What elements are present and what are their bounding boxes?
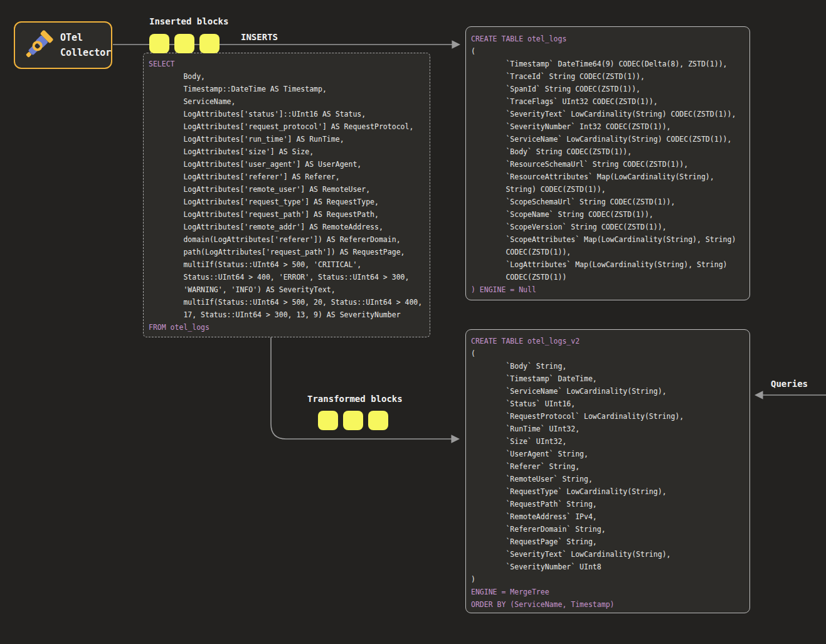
transformed-blocks-label: Transformed blocks	[307, 394, 403, 404]
create-table-otel-logs-v2-block: CREATE TABLE otel_logs_v2( `Body` String…	[465, 329, 750, 613]
inserted-blocks-label: Inserted blocks	[149, 16, 228, 26]
inserts-label: INSERTS	[241, 32, 278, 42]
transformed-block-2	[343, 411, 363, 430]
transform-arrow	[271, 337, 458, 439]
inserted-block-3	[199, 34, 220, 53]
otel-collector-label: OTel Collector	[60, 30, 111, 60]
inserted-block-1	[149, 34, 169, 53]
select-query-block: SELECT Body, Timestamp::DateTime AS Time…	[143, 53, 430, 337]
queries-label: Queries	[771, 379, 808, 389]
otel-collector-label-line2: Collector	[60, 45, 111, 60]
transformed-block-1	[318, 411, 338, 430]
transformed-block-3	[368, 411, 388, 430]
otel-collector-box: OTel Collector	[14, 21, 112, 69]
telescope-icon	[22, 29, 55, 61]
otel-collector-label-line1: OTel	[60, 30, 111, 45]
inserted-block-2	[174, 34, 194, 53]
create-table-otel-logs-block: CREATE TABLE otel_logs( `Timestamp` Date…	[465, 26, 750, 300]
